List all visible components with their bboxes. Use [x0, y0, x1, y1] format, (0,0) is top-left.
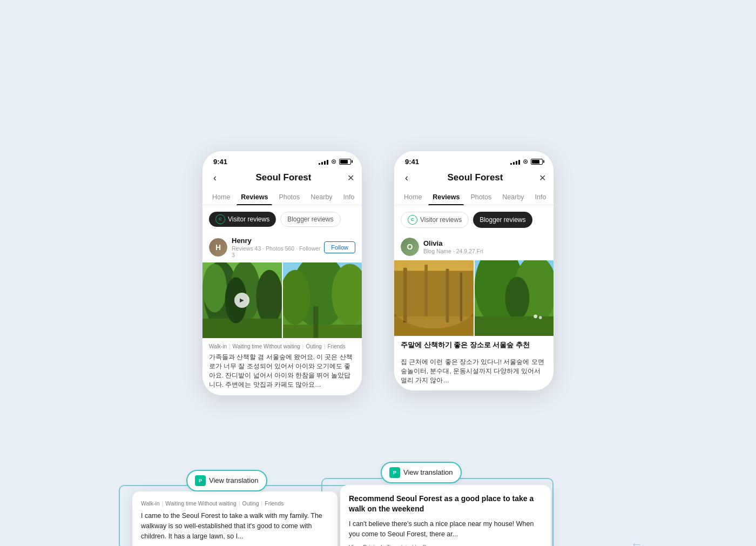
tab-reviews-left[interactable]: Reviews [237, 189, 272, 205]
play-button[interactable]: ▶ [234, 293, 249, 308]
review-content-right: 집 근처에 이런 좋은 장소가 있다니! 서울숲에 오면 숲놀이터, 분수대, … [394, 352, 554, 391]
back-button-left[interactable]: ‹ [210, 171, 220, 185]
view-translation-button-left[interactable]: P View translation [186, 470, 267, 491]
svg-point-4 [256, 269, 281, 324]
phone-right: 9:41 ⊛ [394, 151, 554, 391]
user-meta-olivia: Blog Name · 24.9.27.Fri [423, 248, 547, 254]
battery-icon-left [339, 159, 351, 165]
user-card-right: O Olivia Blog Name · 24.9.27.Fri [394, 233, 554, 260]
nav-tabs-right: Home Reviews Photos Nearby Info [394, 189, 554, 205]
visitor-reviews-btn-right[interactable]: C Visitor reviews [401, 212, 469, 228]
svg-point-28 [505, 277, 529, 319]
papago-icon-right: P [389, 467, 400, 478]
user-info-olivia: Olivia Blog Name · 24.9.27.Fri [423, 239, 547, 254]
svg-rect-13 [283, 325, 362, 338]
avatar-henry: H [209, 238, 227, 257]
svg-point-5 [202, 264, 227, 312]
tab-home-left[interactable]: Home [208, 189, 234, 205]
review-toggle-left: C Visitor reviews Blogger reviews [202, 205, 362, 232]
arrow-left-indicator: → [112, 539, 124, 547]
battery-icon-right [531, 159, 543, 165]
svg-rect-6 [202, 318, 282, 338]
review-text-left: 가족들과 산책할 겸 서울숲에 왔어요. 이 곳은 산책로가 너무 잘 조성되어… [209, 353, 355, 390]
tab-info-left[interactable]: Info [339, 189, 359, 205]
play-icon: ▶ [240, 297, 244, 303]
svg-rect-29 [475, 316, 554, 335]
status-icons-left: ⊛ [319, 158, 351, 165]
tab-photos-right[interactable]: Photos [466, 189, 496, 205]
phone-left: 9:41 ⊛ [202, 151, 362, 395]
trans-text-right: I can't believe there's such a nice plac… [349, 519, 542, 540]
blog-review-title: 주말에 산책하기 좋은 장소로 서울숲 추천 [394, 336, 554, 352]
user-name-olivia: Olivia [423, 239, 547, 247]
page-wrapper: 9:41 ⊛ [181, 119, 575, 428]
svg-point-23 [394, 260, 474, 328]
translation-card-right: Recommend Seoul Forest as a good place t… [340, 485, 551, 547]
nav-tabs-left: Home Reviews Photos Nearby Info [202, 189, 362, 205]
review-toggle-right: C Visitor reviews Blogger reviews [394, 205, 554, 233]
signal-icon-left [319, 159, 328, 165]
user-name-henry: Henry [232, 237, 324, 245]
tab-reviews-right[interactable]: Reviews [428, 189, 464, 205]
review-text-right: 집 근처에 이런 좋은 장소가 있다니! 서울숲에 오면 숲놀이터, 분수대, … [401, 358, 547, 386]
review-images-right [394, 260, 554, 336]
visitor-reviews-btn-left[interactable]: C Visitor reviews [209, 212, 276, 227]
app-title-left: Seoul Forest [256, 172, 312, 183]
blogger-reviews-btn-left[interactable]: Blogger reviews [280, 212, 340, 227]
view-translation-wrapper-left: P View translation [186, 470, 267, 491]
back-button-right[interactable]: ‹ [402, 171, 411, 185]
status-bar-left: 9:41 ⊛ [202, 151, 362, 168]
app-header-right: ‹ Seoul Forest ✕ [394, 168, 554, 189]
close-button-left[interactable]: ✕ [347, 173, 354, 183]
blogger-reviews-btn-right[interactable]: Blogger reviews [473, 212, 532, 228]
user-card-left: H Henry Reviews 43 · Photos 560 · Follow… [202, 232, 362, 262]
app-title-right: Seoul Forest [448, 172, 503, 183]
user-info-henry: Henry Reviews 43 · Photos 560 · Follower… [232, 237, 324, 258]
view-translation-wrapper-right: P View translation [381, 462, 462, 483]
follow-button[interactable]: Follow [324, 241, 355, 253]
svg-point-31 [538, 316, 542, 319]
wifi-icon-left: ⊛ [331, 158, 336, 165]
wifi-icon-right: ⊛ [523, 158, 528, 165]
trans-title-right: Recommend Seoul Forest as a good place t… [349, 494, 542, 515]
tab-info-right[interactable]: Info [531, 189, 551, 205]
review-images-left: ▶ [202, 262, 362, 338]
status-icons-right: ⊛ [510, 158, 543, 165]
user-meta-henry: Reviews 43 · Photos 560 · Follower 3 [232, 245, 324, 258]
tab-photos-left[interactable]: Photos [274, 189, 304, 205]
signal-icon-right [510, 159, 520, 165]
view-translation-button-right[interactable]: P View translation [381, 462, 462, 483]
translation-card-left: Walk-in | Waiting time Without waiting |… [132, 491, 338, 547]
app-header-left: ‹ Seoul Forest ✕ [202, 168, 362, 189]
review-tags-left: Walk-in | Waiting time Without waiting |… [209, 343, 355, 349]
review-image-left-1: ▶ [202, 262, 282, 338]
certified-badge-left: C [215, 214, 225, 224]
status-time-right: 9:41 [405, 158, 419, 166]
trans-text-left: I came to the Seoul Forest to take a wal… [141, 511, 329, 542]
review-image-left-2 [283, 262, 362, 338]
review-image-right-1 [394, 260, 474, 336]
svg-rect-14 [313, 306, 318, 338]
review-content-left: Walk-in | Waiting time Without waiting |… [202, 338, 362, 395]
close-button-right[interactable]: ✕ [539, 173, 546, 183]
review-image-right-2 [475, 260, 554, 336]
arrow-right-indicator: ← [631, 537, 643, 547]
tab-nearby-left[interactable]: Nearby [306, 189, 336, 205]
certified-badge-right: C [408, 215, 417, 225]
status-time-left: 9:41 [213, 158, 227, 166]
svg-point-30 [534, 314, 537, 318]
view-original-right: View Original · Translated by Papago [349, 544, 542, 546]
trans-tags-left: Walk-in | Waiting time Without waiting |… [141, 500, 329, 507]
status-bar-right: 9:41 ⊛ [394, 151, 554, 168]
papago-icon-left: P [195, 475, 206, 486]
tab-home-right[interactable]: Home [400, 189, 426, 205]
avatar-olivia: O [401, 238, 419, 256]
tab-nearby-right[interactable]: Nearby [498, 189, 528, 205]
